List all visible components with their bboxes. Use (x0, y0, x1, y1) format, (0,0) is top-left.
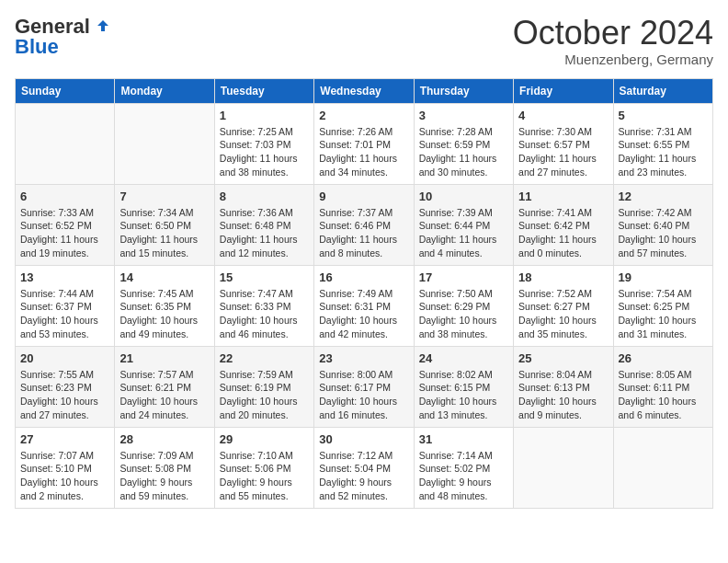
day-number: 24 (419, 351, 508, 365)
day-info: Sunrise: 8:04 AMSunset: 6:13 PMDaylight:… (518, 368, 608, 422)
calendar-table: SundayMondayTuesdayWednesdayThursdayFrid… (15, 78, 713, 509)
day-info: Sunrise: 7:28 AMSunset: 6:59 PMDaylight:… (419, 125, 508, 179)
calendar-cell: 8Sunrise: 7:36 AMSunset: 6:48 PMDaylight… (214, 184, 313, 265)
calendar-cell (613, 427, 712, 508)
calendar-cell: 16Sunrise: 7:49 AMSunset: 6:31 PMDayligh… (314, 265, 414, 346)
title-block: October 2024 Muenzenberg, Germany (513, 15, 713, 67)
day-number: 25 (518, 351, 608, 365)
day-header: Sunday (16, 78, 115, 103)
day-number: 21 (119, 351, 209, 365)
day-info: Sunrise: 7:26 AMSunset: 7:01 PMDaylight:… (319, 125, 408, 179)
day-info: Sunrise: 7:14 AMSunset: 5:02 PMDaylight:… (419, 449, 508, 503)
day-number: 18 (518, 270, 608, 284)
calendar-week-row: 6Sunrise: 7:33 AMSunset: 6:52 PMDaylight… (16, 184, 713, 265)
day-info: Sunrise: 7:50 AMSunset: 6:29 PMDaylight:… (419, 287, 508, 341)
day-header: Thursday (414, 78, 513, 103)
calendar-cell: 19Sunrise: 7:54 AMSunset: 6:25 PMDayligh… (613, 265, 712, 346)
calendar-week-row: 1Sunrise: 7:25 AMSunset: 7:03 PMDaylight… (16, 103, 713, 184)
logo: General Blue (15, 15, 110, 59)
day-info: Sunrise: 7:31 AMSunset: 6:55 PMDaylight:… (619, 125, 708, 179)
calendar-cell: 5Sunrise: 7:31 AMSunset: 6:55 PMDaylight… (613, 103, 712, 184)
day-number: 15 (220, 270, 309, 284)
calendar-cell: 14Sunrise: 7:45 AMSunset: 6:35 PMDayligh… (115, 265, 214, 346)
day-info: Sunrise: 8:02 AMSunset: 6:15 PMDaylight:… (419, 368, 508, 422)
calendar-cell (16, 103, 115, 184)
calendar-cell: 31Sunrise: 7:14 AMSunset: 5:02 PMDayligh… (414, 427, 513, 508)
day-number: 8 (220, 190, 309, 203)
calendar-cell: 22Sunrise: 7:59 AMSunset: 6:19 PMDayligh… (214, 346, 313, 427)
calendar-cell: 24Sunrise: 8:02 AMSunset: 6:15 PMDayligh… (414, 346, 513, 427)
day-header: Monday (115, 78, 214, 103)
day-info: Sunrise: 7:07 AMSunset: 5:10 PMDaylight:… (20, 449, 109, 503)
day-info: Sunrise: 7:12 AMSunset: 5:04 PMDaylight:… (319, 449, 408, 503)
day-info: Sunrise: 7:52 AMSunset: 6:27 PMDaylight:… (518, 287, 608, 341)
calendar-cell: 9Sunrise: 7:37 AMSunset: 6:46 PMDaylight… (314, 184, 414, 265)
day-info: Sunrise: 7:30 AMSunset: 6:57 PMDaylight:… (518, 125, 608, 179)
calendar-week-row: 20Sunrise: 7:55 AMSunset: 6:23 PMDayligh… (16, 346, 713, 427)
day-info: Sunrise: 7:54 AMSunset: 6:25 PMDaylight:… (619, 287, 708, 341)
day-info: Sunrise: 7:47 AMSunset: 6:33 PMDaylight:… (220, 287, 309, 341)
day-number: 1 (220, 109, 309, 122)
day-info: Sunrise: 8:05 AMSunset: 6:11 PMDaylight:… (619, 368, 708, 422)
day-number: 4 (518, 109, 608, 122)
calendar-cell: 30Sunrise: 7:12 AMSunset: 5:04 PMDayligh… (314, 427, 414, 508)
calendar-cell: 10Sunrise: 7:39 AMSunset: 6:44 PMDayligh… (414, 184, 513, 265)
calendar-cell: 27Sunrise: 7:07 AMSunset: 5:10 PMDayligh… (16, 427, 115, 508)
day-info: Sunrise: 7:49 AMSunset: 6:31 PMDaylight:… (319, 287, 408, 341)
calendar-cell (514, 427, 613, 508)
calendar-week-row: 27Sunrise: 7:07 AMSunset: 5:10 PMDayligh… (16, 427, 713, 508)
day-info: Sunrise: 7:33 AMSunset: 6:52 PMDaylight:… (20, 206, 109, 260)
day-info: Sunrise: 7:59 AMSunset: 6:19 PMDaylight:… (220, 368, 309, 422)
month-title: October 2024 (513, 15, 713, 52)
calendar-cell: 15Sunrise: 7:47 AMSunset: 6:33 PMDayligh… (214, 265, 313, 346)
calendar-cell: 2Sunrise: 7:26 AMSunset: 7:01 PMDaylight… (314, 103, 414, 184)
day-number: 5 (619, 109, 708, 122)
day-number: 13 (20, 270, 109, 284)
location: Muenzenberg, Germany (513, 52, 713, 67)
calendar-cell: 1Sunrise: 7:25 AMSunset: 7:03 PMDaylight… (214, 103, 313, 184)
calendar-cell: 20Sunrise: 7:55 AMSunset: 6:23 PMDayligh… (16, 346, 115, 427)
day-number: 29 (220, 432, 309, 446)
calendar-cell: 12Sunrise: 7:42 AMSunset: 6:40 PMDayligh… (613, 184, 712, 265)
calendar-cell: 3Sunrise: 7:28 AMSunset: 6:59 PMDaylight… (414, 103, 513, 184)
calendar-cell: 18Sunrise: 7:52 AMSunset: 6:27 PMDayligh… (514, 265, 613, 346)
day-number: 28 (119, 432, 209, 446)
day-info: Sunrise: 7:44 AMSunset: 6:37 PMDaylight:… (20, 287, 109, 341)
day-info: Sunrise: 7:57 AMSunset: 6:21 PMDaylight:… (119, 368, 209, 422)
calendar-cell: 13Sunrise: 7:44 AMSunset: 6:37 PMDayligh… (16, 265, 115, 346)
logo-general: General (15, 15, 90, 38)
day-info: Sunrise: 7:10 AMSunset: 5:06 PMDaylight:… (220, 449, 309, 503)
day-number: 19 (619, 270, 708, 284)
day-number: 16 (319, 270, 408, 284)
day-number: 9 (319, 190, 408, 203)
day-info: Sunrise: 7:37 AMSunset: 6:46 PMDaylight:… (319, 206, 408, 260)
day-number: 12 (619, 190, 708, 203)
day-number: 23 (319, 351, 408, 365)
calendar-cell: 28Sunrise: 7:09 AMSunset: 5:08 PMDayligh… (115, 427, 214, 508)
day-number: 3 (419, 109, 508, 122)
logo-icon (96, 18, 110, 33)
day-info: Sunrise: 7:42 AMSunset: 6:40 PMDaylight:… (619, 206, 708, 260)
day-info: Sunrise: 7:09 AMSunset: 5:08 PMDaylight:… (119, 449, 209, 503)
day-number: 6 (20, 190, 109, 203)
day-number: 26 (619, 351, 708, 365)
day-header: Saturday (613, 78, 712, 103)
calendar-cell: 21Sunrise: 7:57 AMSunset: 6:21 PMDayligh… (115, 346, 214, 427)
calendar-cell: 17Sunrise: 7:50 AMSunset: 6:29 PMDayligh… (414, 265, 513, 346)
day-header: Friday (514, 78, 613, 103)
calendar-cell: 11Sunrise: 7:41 AMSunset: 6:42 PMDayligh… (514, 184, 613, 265)
calendar-cell: 7Sunrise: 7:34 AMSunset: 6:50 PMDaylight… (115, 184, 214, 265)
day-number: 27 (20, 432, 109, 446)
calendar-cell: 26Sunrise: 8:05 AMSunset: 6:11 PMDayligh… (613, 346, 712, 427)
day-info: Sunrise: 7:25 AMSunset: 7:03 PMDaylight:… (220, 125, 309, 179)
day-number: 22 (220, 351, 309, 365)
calendar-cell: 23Sunrise: 8:00 AMSunset: 6:17 PMDayligh… (314, 346, 414, 427)
calendar-cell: 4Sunrise: 7:30 AMSunset: 6:57 PMDaylight… (514, 103, 613, 184)
day-header: Wednesday (314, 78, 414, 103)
calendar-cell: 25Sunrise: 8:04 AMSunset: 6:13 PMDayligh… (514, 346, 613, 427)
calendar-cell: 29Sunrise: 7:10 AMSunset: 5:06 PMDayligh… (214, 427, 313, 508)
day-number: 31 (419, 432, 508, 446)
day-info: Sunrise: 7:55 AMSunset: 6:23 PMDaylight:… (20, 368, 109, 422)
calendar-week-row: 13Sunrise: 7:44 AMSunset: 6:37 PMDayligh… (16, 265, 713, 346)
day-info: Sunrise: 7:45 AMSunset: 6:35 PMDaylight:… (119, 287, 209, 341)
